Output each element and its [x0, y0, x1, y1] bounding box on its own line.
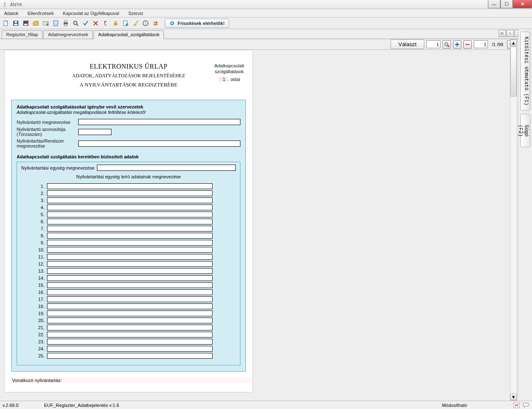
row-number: 17.: [35, 297, 45, 302]
updates-label: Frissítések elérhetők!: [178, 21, 225, 26]
inner-block: Nyilvántartási egység megnevezése Nyilvá…: [17, 162, 240, 365]
row-input[interactable]: [47, 240, 213, 246]
row-input[interactable]: [47, 282, 213, 288]
list-row: 21.: [21, 325, 236, 330]
close-button[interactable]: ✕: [513, 0, 532, 8]
title-bar: ÁNYK — ☐ ✕: [0, 0, 532, 9]
row-input[interactable]: [47, 310, 213, 316]
row-input[interactable]: [47, 296, 213, 302]
input-nyilvantarto-megnev[interactable]: [78, 119, 240, 125]
minimize-button[interactable]: —: [488, 0, 500, 8]
row-number: 22.: [35, 332, 45, 337]
input-egyseg-megnev[interactable]: [97, 165, 236, 171]
scroll-track[interactable]: [510, 47, 517, 393]
list-row: 18.: [21, 303, 236, 309]
svg-point-8: [46, 23, 49, 26]
row-input[interactable]: [47, 325, 213, 330]
row-input[interactable]: [47, 233, 213, 239]
row-input[interactable]: [47, 275, 213, 281]
menu-szerviz[interactable]: Szerviz: [126, 10, 146, 17]
menu-ugyfelkapu[interactable]: Kapcsolat az Ügyfélkapuval: [60, 10, 121, 17]
row-input[interactable]: [47, 339, 213, 345]
maximize-button[interactable]: ☐: [500, 0, 513, 8]
cancel-icon[interactable]: [92, 19, 100, 27]
tab-adatkapcsolati[interactable]: Adatkapcsolati_szolgáltatások: [94, 30, 164, 39]
list-row: 13.: [21, 268, 236, 274]
row-input[interactable]: [47, 254, 213, 260]
menu-ellenorzesek[interactable]: Ellenőrzések: [25, 10, 56, 17]
attach-icon[interactable]: [121, 19, 130, 27]
window-controls: — ☐ ✕: [488, 0, 532, 8]
page-num-right[interactable]: [474, 40, 488, 48]
row-number: 12.: [35, 261, 45, 266]
calc-icon[interactable]: [52, 19, 60, 27]
list-row: 17.: [21, 296, 236, 302]
zoom-out-button[interactable]: [463, 40, 472, 49]
row-input[interactable]: [47, 247, 213, 253]
tools-icon[interactable]: [131, 19, 140, 27]
list-row: 11.: [21, 254, 236, 260]
side-help-sugo[interactable]: Súgó (F2): [520, 114, 530, 147]
row-input[interactable]: [47, 226, 213, 232]
save-as-icon[interactable]: [22, 19, 30, 27]
java-icon: [2, 2, 7, 7]
zoom-in-button[interactable]: [453, 40, 461, 49]
print-icon[interactable]: [62, 19, 70, 27]
row-input[interactable]: [47, 219, 213, 224]
scroll-up-button[interactable]: ▲: [510, 39, 517, 46]
updates-button[interactable]: Frissítések elérhetők!: [165, 19, 229, 28]
send-icon[interactable]: [42, 19, 50, 27]
row-number: 18.: [35, 304, 45, 309]
prev-page-button[interactable]: [507, 30, 514, 37]
row-number: 3.: [35, 198, 45, 203]
first-page-button[interactable]: [499, 30, 506, 37]
row-number: 4.: [35, 205, 45, 210]
row-input[interactable]: [47, 332, 213, 338]
sub-toolbar: Választ /1 /99: [0, 39, 518, 50]
status-mode: Módosítható: [442, 403, 467, 408]
tray-comment-icon[interactable]: [522, 402, 530, 409]
search-icon[interactable]: [72, 19, 80, 27]
menu-adatok[interactable]: Adatok: [2, 10, 21, 17]
page-num-left[interactable]: [426, 40, 440, 48]
people-icon[interactable]: [151, 19, 160, 27]
undo-icon[interactable]: [101, 19, 110, 27]
row-input[interactable]: [47, 197, 213, 203]
row-input[interactable]: [47, 289, 213, 295]
page-total-label: /1 /99: [492, 42, 503, 47]
open-icon[interactable]: [32, 19, 40, 27]
row-input[interactable]: [47, 212, 213, 217]
tab-regiszter-folap[interactable]: Regiszter_főlap: [2, 30, 42, 39]
info-icon[interactable]: i: [141, 19, 150, 27]
vertical-scrollbar[interactable]: ▲ ▼: [510, 39, 517, 401]
scroll-thumb[interactable]: [510, 47, 517, 96]
svg-point-23: [156, 21, 157, 23]
list-row: 8.: [21, 233, 236, 239]
tray-error-icon[interactable]: [513, 402, 520, 409]
scroll-down-button[interactable]: ▼: [510, 394, 517, 400]
row-input[interactable]: [47, 190, 213, 196]
zoom-actual-icon[interactable]: [443, 40, 451, 49]
row-input[interactable]: [47, 353, 213, 359]
row-input[interactable]: [47, 318, 213, 323]
row-input[interactable]: [47, 268, 213, 274]
row-input[interactable]: [47, 204, 213, 210]
input-nyilvantarto-azon[interactable]: [78, 129, 111, 135]
input-nyilvantartas-rendszer[interactable]: [78, 140, 240, 147]
tab-adatmegnevezesek[interactable]: Adatmegnevezések: [43, 30, 93, 39]
choose-button[interactable]: Választ: [391, 39, 425, 49]
row-input[interactable]: [47, 261, 213, 267]
check-icon[interactable]: [82, 19, 90, 27]
save-icon[interactable]: [12, 19, 20, 27]
row-input[interactable]: [47, 346, 213, 352]
list-row: 5.: [21, 212, 236, 217]
lock-icon[interactable]: [111, 19, 120, 27]
new-icon[interactable]: [2, 19, 10, 27]
side-help-fill[interactable]: Kitöltési útmutató (F1): [520, 32, 530, 111]
label-nyilvantartas-rendszer: Nyilvántartás/Rendszer megnevezése: [17, 138, 78, 148]
row-input[interactable]: [47, 183, 213, 189]
menu-bar: Adatok Ellenőrzések Kapcsolat az Ügyfélk…: [0, 9, 532, 17]
row-input[interactable]: [47, 303, 213, 309]
list-row: 22.: [21, 332, 236, 338]
list-row: 10.: [21, 247, 236, 253]
